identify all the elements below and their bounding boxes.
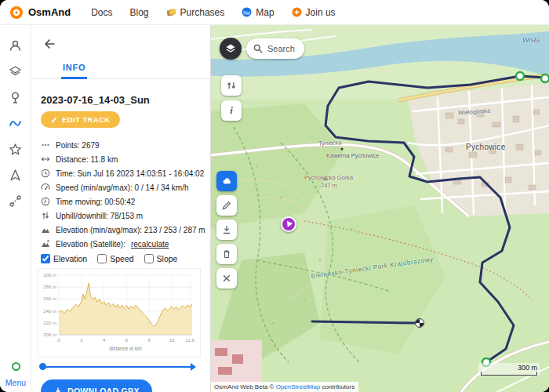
elevation-icon — [41, 225, 50, 234]
menu-link[interactable]: Menu — [0, 378, 31, 387]
speed-checkbox[interactable]: Speed — [97, 254, 133, 263]
sidebar-item-tracks[interactable] — [0, 111, 31, 136]
status-dot — [12, 362, 20, 371]
map-style-button[interactable] — [220, 38, 242, 60]
directions-button[interactable] — [221, 75, 242, 96]
plan-route-icon — [9, 194, 22, 208]
stat-elevation-satellite: Elevation (Satellite): recalculate — [41, 237, 207, 251]
back-button[interactable] — [39, 34, 60, 55]
terrain-icon — [9, 91, 22, 104]
back-arrow-icon — [42, 37, 56, 51]
svg-text:10: 10 — [169, 338, 175, 343]
cloud-track-button[interactable] — [216, 171, 237, 191]
slider-track — [41, 366, 195, 368]
brand[interactable]: OsmAnd — [9, 5, 71, 20]
svg-text:300 m: 300 m — [43, 273, 56, 278]
nav-docs[interactable]: Docs — [91, 7, 112, 18]
stat-speed: Speed (min/avg/max): 0 / 14 / 34 km/h — [41, 180, 207, 194]
chart-range-slider[interactable] — [41, 363, 195, 371]
nav-items: Docs Blog Purchases Map Join us — [91, 7, 335, 18]
purchases-icon — [166, 7, 176, 17]
sidebar-item-navigation[interactable] — [0, 162, 31, 188]
panel-tabs: INFO — [31, 61, 210, 79]
sidebar-item-terrain[interactable] — [0, 85, 31, 111]
map-svg — [210, 25, 549, 392]
tracks-icon — [9, 117, 22, 130]
stat-distance: Distance: 11.8 km — [41, 152, 207, 166]
slope-checkbox[interactable]: Slope — [144, 254, 178, 263]
svg-text:distance in km: distance in km — [109, 346, 142, 351]
account-icon — [9, 39, 22, 53]
map-layers-icon — [9, 65, 22, 78]
scale-line — [481, 372, 537, 376]
edit-track-button[interactable]: EDIT TRACK — [41, 111, 120, 128]
nav-purchases-label: Purchases — [180, 7, 225, 18]
svg-text:0: 0 — [57, 338, 60, 343]
close-icon — [221, 273, 232, 284]
slider-handle-right[interactable] — [191, 363, 196, 371]
map-canvas[interactable]: Wisła Wielogórska Pychowice Kawerna Pych… — [210, 25, 549, 392]
nav-purchases[interactable]: Purchases — [166, 7, 225, 18]
location-marker[interactable] — [281, 216, 296, 232]
chart-series-toggles: Elevation Speed Slope — [41, 254, 177, 263]
download-track-button[interactable] — [216, 220, 237, 240]
stat-elevation: Elevation (min/avg/max): 213 / 253 / 287… — [41, 223, 207, 237]
delete-track-button[interactable] — [216, 244, 237, 264]
close-track-button[interactable] — [216, 268, 237, 289]
sidebar-item-configure-map[interactable] — [0, 59, 31, 85]
download-icon — [221, 224, 232, 235]
osmand-logo-icon — [9, 5, 24, 20]
nav-join[interactable]: Join us — [292, 7, 336, 18]
track-title: 2023-07-16_14-03_Sun — [41, 94, 150, 106]
tab-info[interactable]: INFO — [61, 63, 87, 79]
sidebar-item-favorites[interactable] — [0, 136, 31, 162]
svg-text:2: 2 — [80, 338, 83, 343]
elevation-chart[interactable]: 200 m220 m240 m260 m280 m300 m024681011.… — [38, 268, 201, 358]
pencil-icon — [50, 116, 58, 124]
map-info-button[interactable]: i — [221, 100, 242, 121]
scale-bar: 300 m — [478, 363, 540, 376]
scale-label: 300 m — [481, 364, 537, 372]
map-search-button[interactable]: Search — [246, 38, 304, 59]
nav-docs-label: Docs — [91, 7, 112, 18]
nav-blog-label: Blog — [130, 7, 149, 18]
time-icon — [41, 169, 50, 178]
track-info-panel: INFO 2023-07-16_14-03_Sun EDIT TRACK Poi… — [31, 25, 211, 392]
stat-time-moving: Time moving: 00:50:42 — [41, 194, 207, 209]
nav-map-label: Map — [256, 7, 274, 18]
svg-text:11.6: 11.6 — [186, 338, 195, 343]
osmand-web-app: OsmAnd Docs Blog Purchases Map Join us — [0, 0, 549, 392]
nav-map[interactable]: Map — [242, 7, 274, 18]
favorites-icon — [9, 143, 22, 156]
navigation-icon — [9, 169, 22, 182]
slider-handle-left[interactable] — [39, 363, 46, 370]
map-icon — [242, 7, 252, 17]
edit-on-map-button[interactable] — [216, 195, 237, 216]
stat-points: Points: 2679 — [41, 138, 207, 152]
download-gpx-button[interactable]: DOWNLOAD GPX — [41, 379, 152, 392]
left-icon-rail: Menu — [0, 25, 31, 392]
svg-text:200 m: 200 m — [43, 332, 56, 337]
points-icon — [41, 140, 50, 150]
svg-text:220 m: 220 m — [43, 321, 56, 325]
directions-icon — [226, 80, 237, 91]
layers-icon — [225, 43, 236, 54]
search-icon — [253, 43, 264, 54]
top-navbar: OsmAnd Docs Blog Purchases Map Join us — [0, 0, 549, 25]
nav-blog[interactable]: Blog — [130, 7, 149, 18]
elevation-satellite-icon — [41, 239, 50, 249]
svg-text:240 m: 240 m — [43, 309, 56, 314]
sidebar-item-account[interactable] — [0, 33, 31, 59]
openstreetmap-link[interactable]: OpenStreetMap — [276, 383, 320, 390]
cloud-icon — [221, 176, 232, 187]
pencil-icon — [221, 200, 232, 211]
svg-text:260 m: 260 m — [43, 296, 56, 301]
sidebar-item-plan-route[interactable] — [0, 188, 31, 214]
map-attribution: OsmAnd Web Beta © OpenStreetMap contribu… — [210, 382, 358, 392]
download-icon — [53, 387, 63, 392]
time-moving-icon — [41, 197, 50, 206]
elevation-checkbox[interactable]: Elevation — [41, 254, 87, 263]
svg-text:4: 4 — [103, 338, 106, 343]
svg-text:8: 8 — [148, 338, 151, 343]
recalculate-link[interactable]: recalculate — [131, 240, 169, 249]
